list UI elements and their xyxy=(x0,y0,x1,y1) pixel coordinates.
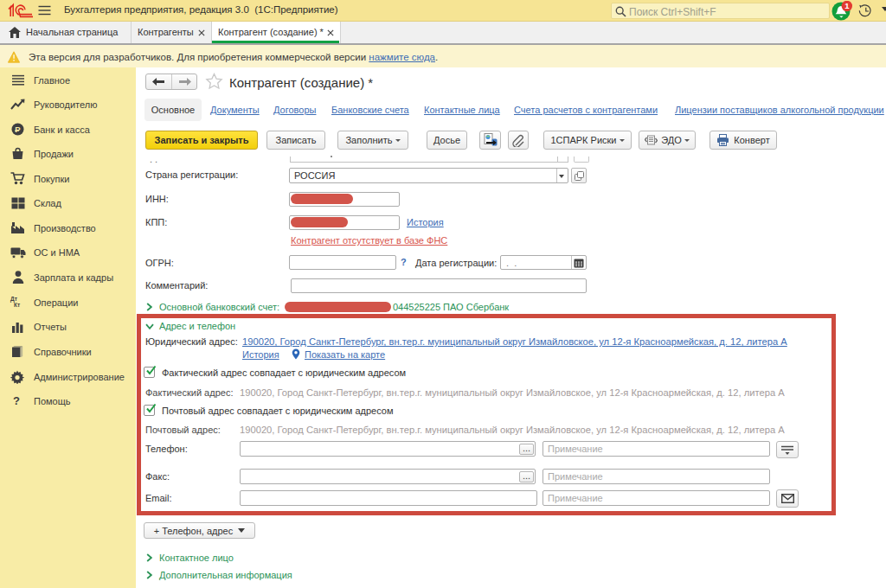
svg-text:Р: Р xyxy=(15,125,21,134)
svg-text:1: 1 xyxy=(844,1,850,10)
